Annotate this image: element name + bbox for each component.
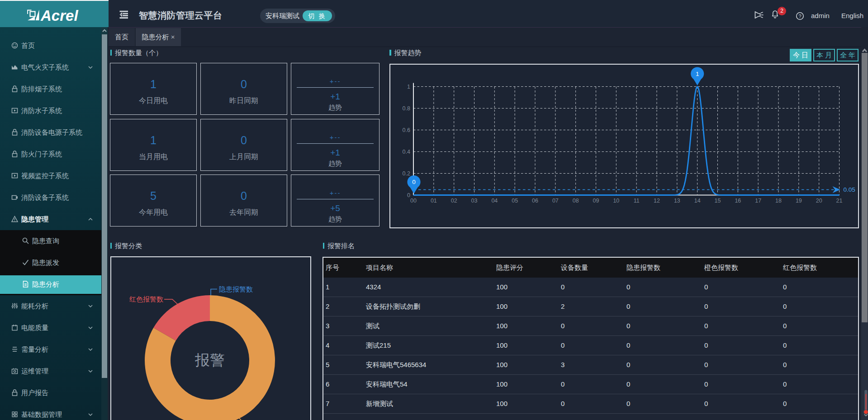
svg-text:06: 06 [532, 198, 538, 204]
svg-text:17: 17 [755, 198, 761, 204]
svg-text:红色报警数: 红色报警数 [129, 295, 163, 303]
svg-text:10: 10 [613, 198, 619, 204]
svg-text:08: 08 [572, 198, 579, 204]
svg-text:14: 14 [694, 198, 700, 204]
svg-text:0.6: 0.6 [402, 127, 410, 133]
svg-text:16: 16 [735, 198, 741, 204]
svg-text:报警: 报警 [194, 352, 225, 368]
svg-text:0: 0 [407, 192, 410, 198]
svg-text:12: 12 [654, 198, 660, 204]
svg-text:1: 1 [695, 71, 699, 77]
svg-text:0.2: 0.2 [402, 170, 410, 177]
svg-text:03: 03 [471, 198, 477, 204]
svg-text:1: 1 [407, 84, 410, 90]
svg-text:20: 20 [816, 198, 822, 204]
svg-text:09: 09 [593, 198, 599, 204]
svg-text:13: 13 [674, 198, 680, 204]
svg-text:11: 11 [633, 198, 639, 204]
svg-text:07: 07 [552, 198, 558, 204]
svg-text:01: 01 [430, 198, 436, 204]
svg-text:04: 04 [491, 198, 498, 204]
svg-text:00: 00 [410, 198, 417, 204]
svg-text:02: 02 [451, 198, 457, 204]
svg-text:18: 18 [775, 198, 782, 204]
svg-text:0.05: 0.05 [843, 186, 855, 193]
svg-text:0.4: 0.4 [402, 149, 410, 155]
svg-text:0: 0 [412, 179, 416, 185]
svg-text:19: 19 [795, 198, 802, 204]
svg-text:Acrel: Acrel [40, 9, 78, 22]
svg-text:21: 21 [836, 198, 842, 204]
svg-text:15: 15 [714, 198, 721, 204]
svg-text:隐患报警数: 隐患报警数 [219, 285, 253, 293]
svg-text:?: ? [798, 14, 801, 19]
svg-text:0.8: 0.8 [402, 105, 410, 112]
svg-text:05: 05 [512, 198, 518, 204]
